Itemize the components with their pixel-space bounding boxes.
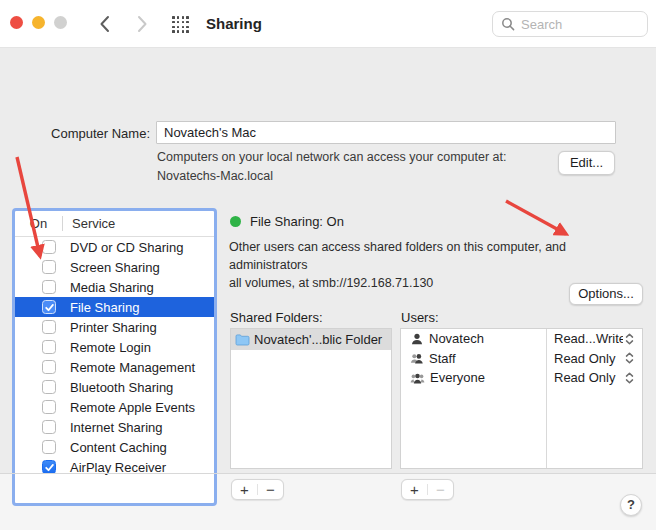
service-row[interactable]: DVD or CD Sharing [15, 237, 214, 257]
shared-folders-add-remove: + − [231, 479, 284, 500]
chevron-left-icon [99, 15, 110, 33]
options-button[interactable]: Options... [569, 283, 643, 305]
forward-button[interactable] [132, 13, 152, 35]
service-row[interactable]: Internet Sharing [15, 417, 214, 437]
service-label: Media Sharing [70, 280, 154, 295]
service-checkbox[interactable] [42, 320, 56, 334]
service-row[interactable]: Screen Sharing [15, 257, 214, 277]
service-checkbox[interactable] [42, 420, 56, 434]
shared-folders-label: Shared Folders: [230, 310, 323, 325]
service-checkbox[interactable] [42, 280, 56, 294]
service-label: Content Caching [70, 440, 167, 455]
service-row[interactable]: Content Caching [15, 437, 214, 457]
sharing-pane: Computer Name: Computers on your local n… [0, 48, 656, 473]
users-group-icon [410, 371, 425, 385]
service-checkbox[interactable] [42, 240, 56, 254]
users-add-remove: + − [401, 479, 454, 500]
user-permission[interactable]: Read...Write [547, 331, 623, 346]
user-permission[interactable]: Read Only [547, 370, 623, 385]
user-name: Novatech [429, 331, 484, 346]
users-two-icon [410, 351, 424, 365]
user-row[interactable]: EveryoneRead Only [401, 368, 642, 388]
caption-line-2: Novatechs-Mac.local [157, 167, 557, 186]
add-shared-folder-button[interactable]: + [232, 480, 257, 499]
user-name: Everyone [430, 370, 485, 385]
close-window-button[interactable] [10, 16, 23, 29]
shared-folder-name: Novatech'...blic Folder [254, 332, 382, 347]
caption-line-1: Computers on your local network can acce… [157, 148, 557, 167]
service-label: Remote Apple Events [70, 400, 195, 415]
permission-stepper[interactable] [623, 371, 637, 385]
shared-folders-list[interactable]: Novatech'...blic Folder [230, 328, 392, 469]
user-permission[interactable]: Read Only [547, 351, 623, 366]
service-checkbox[interactable] [42, 260, 56, 274]
service-label: Internet Sharing [70, 420, 163, 435]
check-icon [44, 462, 55, 473]
permission-stepper[interactable] [623, 351, 637, 365]
stepper-icon [623, 351, 636, 365]
remove-shared-folder-button[interactable]: − [258, 480, 283, 499]
service-row[interactable]: Remote Management [15, 357, 214, 377]
user-name: Staff [429, 351, 456, 366]
footer-divider [0, 473, 656, 474]
service-checkbox[interactable] [42, 460, 56, 474]
user-row[interactable]: StaffRead Only [401, 349, 642, 369]
window-controls [10, 16, 67, 29]
back-button[interactable] [94, 13, 114, 35]
service-row[interactable]: Remote Apple Events [15, 397, 214, 417]
users-label: Users: [401, 310, 439, 325]
file-sharing-status: File Sharing: On [250, 214, 344, 229]
service-checkbox[interactable] [42, 380, 56, 394]
service-label: File Sharing [70, 300, 139, 315]
users-column-divider [546, 329, 547, 468]
service-row[interactable]: Printer Sharing [15, 317, 214, 337]
page-title: Sharing [206, 15, 262, 32]
stepper-icon [623, 371, 636, 385]
header-service: Service [63, 216, 115, 231]
user-rows: NovatechRead...WriteStaffRead OnlyEveryo… [401, 329, 642, 388]
service-row[interactable]: Media Sharing [15, 277, 214, 297]
computer-name-input[interactable] [156, 121, 616, 144]
user-icon [410, 332, 424, 346]
service-row[interactable]: File Sharing [15, 297, 214, 317]
user-name-cell: Everyone [401, 370, 547, 385]
service-row[interactable]: Remote Login [15, 337, 214, 357]
service-checkbox[interactable] [42, 340, 56, 354]
chevron-right-icon [137, 15, 148, 33]
minimize-window-button[interactable] [32, 16, 45, 29]
service-checkbox[interactable] [42, 440, 56, 454]
service-checkbox[interactable] [42, 360, 56, 374]
show-all-grid-icon[interactable] [172, 16, 189, 33]
folder-icon [235, 333, 250, 346]
users-list[interactable]: NovatechRead...WriteStaffRead OnlyEveryo… [400, 328, 643, 469]
service-checkbox[interactable] [42, 400, 56, 414]
edit-button[interactable]: Edit... [558, 151, 615, 175]
zoom-window-button [54, 16, 67, 29]
service-label: Remote Management [70, 360, 195, 375]
user-row[interactable]: NovatechRead...Write [401, 329, 642, 349]
service-label: Printer Sharing [70, 320, 157, 335]
help-button[interactable]: ? [620, 494, 642, 516]
services-list: On Service DVD or CD SharingScreen Shari… [15, 211, 214, 503]
user-name-cell: Novatech [401, 331, 547, 346]
service-label: Screen Sharing [70, 260, 160, 275]
check-icon [44, 302, 55, 313]
computer-name-caption: Computers on your local network can acce… [157, 148, 557, 187]
search-field[interactable] [492, 11, 648, 37]
description-line-1: Other users can access shared folders on… [229, 238, 643, 274]
shared-folder-row[interactable]: Novatech'...blic Folder [231, 329, 391, 350]
toolbar: Sharing [0, 0, 656, 48]
service-label: Remote Login [70, 340, 151, 355]
stepper-icon [623, 332, 636, 346]
service-row[interactable]: AirPlay Receiver [15, 457, 214, 477]
service-label: Bluetooth Sharing [70, 380, 173, 395]
service-label: DVD or CD Sharing [70, 240, 183, 255]
computer-name-label: Computer Name: [0, 126, 150, 141]
permission-stepper[interactable] [623, 332, 637, 346]
service-checkbox[interactable] [42, 300, 56, 314]
search-input[interactable] [521, 17, 639, 32]
add-user-button[interactable]: + [402, 480, 427, 499]
remove-user-button[interactable]: − [428, 480, 453, 499]
header-on: On [15, 216, 62, 231]
service-row[interactable]: Bluetooth Sharing [15, 377, 214, 397]
